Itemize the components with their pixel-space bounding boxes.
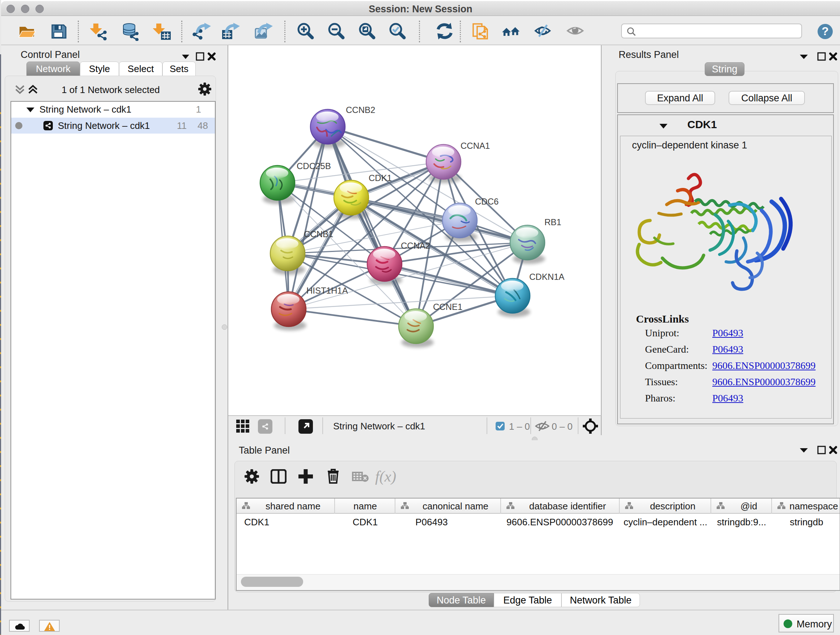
svg-text:CCNB2: CCNB2	[346, 105, 375, 115]
svg-text:HIST1H1A: HIST1H1A	[306, 286, 348, 295]
svg-text:RB1: RB1	[545, 217, 561, 227]
svg-text:CDKN1A: CDKN1A	[529, 272, 564, 282]
svg-text:CDC25B: CDC25B	[297, 161, 331, 171]
svg-text:CCNA2: CCNA2	[401, 241, 430, 250]
svg-text:CCNE1: CCNE1	[433, 302, 462, 312]
svg-text:CCNA1: CCNA1	[461, 141, 490, 150]
svg-text:CCNB1: CCNB1	[304, 229, 333, 239]
svg-text:CDC6: CDC6	[475, 196, 499, 206]
svg-text:CDK1: CDK1	[369, 173, 392, 183]
